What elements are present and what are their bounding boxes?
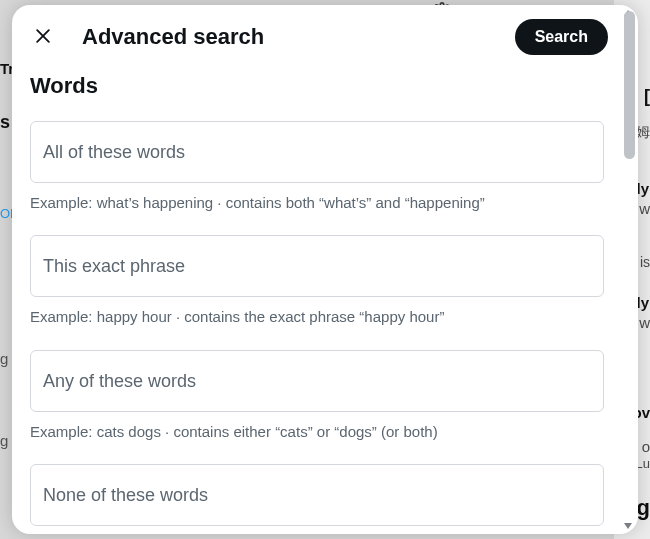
any-words-hint: Example: cats dogs · contains either “ca… <box>30 422 604 442</box>
all-words-hint: Example: what’s happening · contains bot… <box>30 193 604 213</box>
modal-content: Words Example: what’s happening · contai… <box>12 73 622 534</box>
field-none-words: Example: cats dogs · does not contain “c… <box>30 464 604 534</box>
exact-phrase-hint: Example: happy hour · contains the exact… <box>30 307 604 327</box>
scrollbar[interactable] <box>624 11 635 528</box>
field-exact-phrase: Example: happy hour · contains the exact… <box>30 235 604 327</box>
none-words-input[interactable] <box>30 464 604 526</box>
bg-text: g <box>0 350 8 367</box>
search-button[interactable]: Search <box>515 19 608 55</box>
advanced-search-modal: Advanced search Search Words Example: wh… <box>12 5 638 534</box>
modal-title: Advanced search <box>82 24 493 50</box>
exact-phrase-input[interactable] <box>30 235 604 297</box>
close-button[interactable] <box>26 20 60 54</box>
page-backdrop: Tre s t OR g g g [ 姆 ly w is ly w ov o L… <box>0 0 650 539</box>
field-any-words: Example: cats dogs · contains either “ca… <box>30 350 604 442</box>
all-words-input[interactable] <box>30 121 604 183</box>
close-icon <box>33 26 53 49</box>
bg-text: g <box>0 432 8 449</box>
modal-header: Advanced search Search <box>12 5 622 65</box>
field-all-words: Example: what’s happening · contains bot… <box>30 121 604 213</box>
scroll-down-icon[interactable] <box>623 521 633 531</box>
svg-marker-4 <box>624 523 632 529</box>
scrollbar-thumb[interactable] <box>624 11 635 159</box>
any-words-input[interactable] <box>30 350 604 412</box>
section-title-words: Words <box>30 73 604 99</box>
